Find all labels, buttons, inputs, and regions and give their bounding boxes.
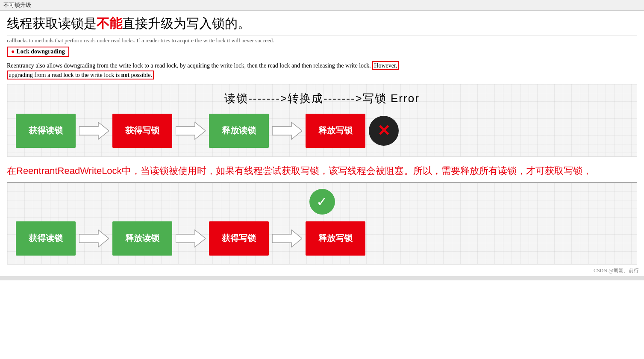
error-flow-row: 获得读锁 获得写锁 释放读锁 [16,114,628,148]
heading-highlight: 不能 [97,16,122,30]
svg-marker-5 [272,230,302,247]
description-paragraph: Reentrancy also allows downgrading from … [7,61,637,80]
footer-attribution: CSDN @匍匐、前行 [0,265,644,276]
correct-arrow-1 [79,228,109,249]
bullet-icon: ● [11,48,15,55]
arrow-3 [272,120,302,141]
check-circle-icon: ✓ [309,189,335,215]
lock-downgrading-label: ●Lock downgrading [7,47,69,57]
desc-part1: Reentrancy also allows downgrading from … [7,62,371,69]
desc-part2: upgrading from a read lock to the write … [9,72,120,78]
checkmark-icon: ✓ [316,195,328,209]
correct-step-1: 获得读锁 [16,221,76,256]
svg-marker-4 [176,230,206,247]
svg-marker-1 [176,122,206,139]
main-heading: 线程获取读锁是不能直接升级为写入锁的。 [7,15,637,32]
arrow-1 [79,120,109,141]
explanation-text: 在ReentrantReadWriteLock中，当读锁被使用时，如果有线程尝试… [7,164,637,178]
desc-upgrade-warning: upgrading from a read lock to the write … [7,71,154,79]
arrow-2 [176,120,206,141]
page-title-bar: 不可锁升级 [0,0,644,11]
correct-diagram-section: ✓ 获得读锁 释放读锁 [7,182,637,265]
correct-arrow-3 [272,228,302,249]
page-title: 不可锁升级 [3,2,31,8]
error-circle-icon: ✕ [369,116,399,146]
flow-step-2: 获得写锁 [112,114,172,148]
error-diagram-section: 读锁------->转换成------->写锁 Error 获得读锁 获得写锁 [7,84,637,157]
heading-prefix: 线程获取读锁是 [7,16,97,30]
horizontal-scrollbar[interactable] [0,276,644,280]
svg-marker-0 [79,122,109,139]
desc-highlight1: However, [372,61,399,70]
svg-marker-2 [272,122,302,139]
svg-marker-3 [79,230,109,247]
flow-step-4: 释放写锁 [306,114,365,148]
flow-step-3: 释放读锁 [209,114,269,148]
explanation-content: 在ReentrantReadWriteLock中，当读锁被使用时，如果有线程尝试… [7,165,592,176]
lock-downgrading-text: Lock downgrading [16,48,65,55]
error-diagram-title: 读锁------->转换成------->写锁 Error [16,91,628,106]
correct-step-4: 释放写锁 [306,221,365,256]
correct-arrow-2 [176,228,206,249]
desc-bold-not: not [121,72,129,78]
x-mark-icon: ✕ [377,123,390,138]
correct-step-3: 获得写锁 [209,221,269,256]
correct-step-2: 释放读锁 [112,221,172,256]
correct-flow-row: 获得读锁 释放读锁 获得写锁 [16,221,628,256]
flow-step-1: 获得读锁 [16,114,76,148]
main-content: 线程获取读锁是不能直接升级为写入锁的。 callbacks to methods… [0,11,644,265]
scrolled-background-text: callbacks to methods that perform reads … [7,35,637,44]
desc-part3: possible. [131,72,152,78]
heading-suffix: 直接升级为写入锁的。 [122,16,250,30]
check-icon-row: ✓ [16,189,628,215]
